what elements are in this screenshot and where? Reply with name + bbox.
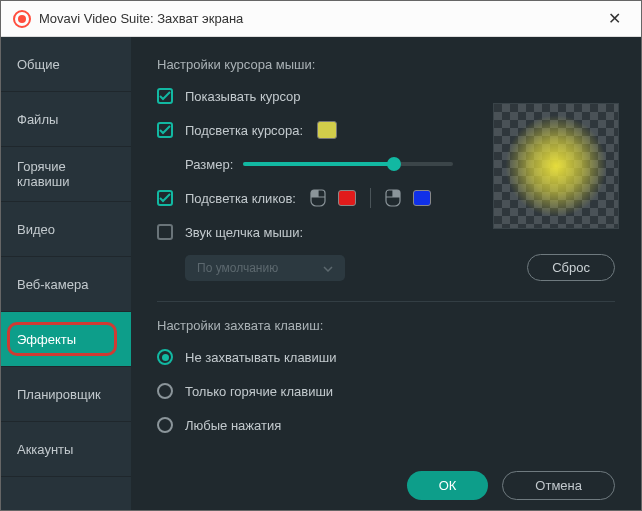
close-icon[interactable]: ✕ [600, 5, 629, 32]
radio-label: Любые нажатия [185, 418, 281, 433]
show-cursor-label: Показывать курсор [185, 89, 301, 104]
sidebar-item-video[interactable]: Видео [1, 202, 131, 257]
sidebar-item-label: Веб-камера [17, 277, 88, 292]
click-sound-checkbox[interactable] [157, 224, 173, 240]
size-slider[interactable] [243, 162, 453, 166]
sidebar-item-label: Общие [17, 57, 60, 72]
main-panel: Настройки курсора мыши: Показывать курсо… [131, 37, 641, 511]
sidebar-item-scheduler[interactable]: Планировщик [1, 367, 131, 422]
click-sound-dropdown: По умолчанию [185, 255, 345, 281]
sidebar-item-label: Аккаунты [17, 442, 73, 457]
sidebar-item-effects[interactable]: Эффекты [1, 312, 131, 367]
highlight-clicks-checkbox[interactable] [157, 190, 173, 206]
radio-label: Не захватывать клавиши [185, 350, 336, 365]
window-title: Movavi Video Suite: Захват экрана [39, 11, 600, 26]
sidebar-item-hotkeys[interactable]: Горячие клавиши [1, 147, 131, 202]
sidebar-item-label: Файлы [17, 112, 58, 127]
section-divider [157, 301, 615, 302]
svg-point-1 [18, 15, 26, 23]
highlight-clicks-label: Подсветка кликов: [185, 191, 296, 206]
sidebar-item-webcam[interactable]: Веб-камера [1, 257, 131, 312]
divider [370, 188, 371, 208]
sidebar-item-accounts[interactable]: Аккаунты [1, 422, 131, 477]
footer: ОК Отмена [157, 461, 615, 500]
reset-button[interactable]: Сброс [527, 254, 615, 281]
sidebar-item-label: Горячие клавиши [17, 159, 115, 189]
highlight-cursor-label: Подсветка курсора: [185, 123, 303, 138]
right-click-color[interactable] [413, 190, 431, 206]
left-click-color[interactable] [338, 190, 356, 206]
radio-label: Только горячие клавиши [185, 384, 333, 399]
show-cursor-checkbox[interactable] [157, 88, 173, 104]
sidebar: Общие Файлы Горячие клавиши Видео Веб-ка… [1, 37, 131, 511]
size-label: Размер: [185, 157, 233, 172]
app-logo-icon [13, 10, 31, 28]
chevron-down-icon [323, 261, 333, 275]
radio-hotkeys-only[interactable] [157, 383, 173, 399]
sidebar-item-label: Эффекты [17, 332, 76, 347]
cursor-section-title: Настройки курсора мыши: [157, 57, 615, 72]
sidebar-item-general[interactable]: Общие [1, 37, 131, 92]
cancel-button[interactable]: Отмена [502, 471, 615, 500]
sidebar-item-label: Видео [17, 222, 55, 237]
dropdown-value: По умолчанию [197, 261, 278, 275]
sidebar-item-label: Планировщик [17, 387, 101, 402]
cursor-preview [493, 103, 619, 229]
ok-button[interactable]: ОК [407, 471, 489, 500]
sidebar-item-files[interactable]: Файлы [1, 92, 131, 147]
keys-section-title: Настройки захвата клавиш: [157, 318, 615, 333]
mouse-right-icon [385, 189, 401, 207]
title-bar: Movavi Video Suite: Захват экрана ✕ [1, 1, 641, 37]
radio-no-capture[interactable] [157, 349, 173, 365]
radio-any-press[interactable] [157, 417, 173, 433]
highlight-cursor-checkbox[interactable] [157, 122, 173, 138]
mouse-left-icon [310, 189, 326, 207]
click-sound-label: Звук щелчка мыши: [185, 225, 303, 240]
highlight-cursor-color[interactable] [317, 121, 337, 139]
